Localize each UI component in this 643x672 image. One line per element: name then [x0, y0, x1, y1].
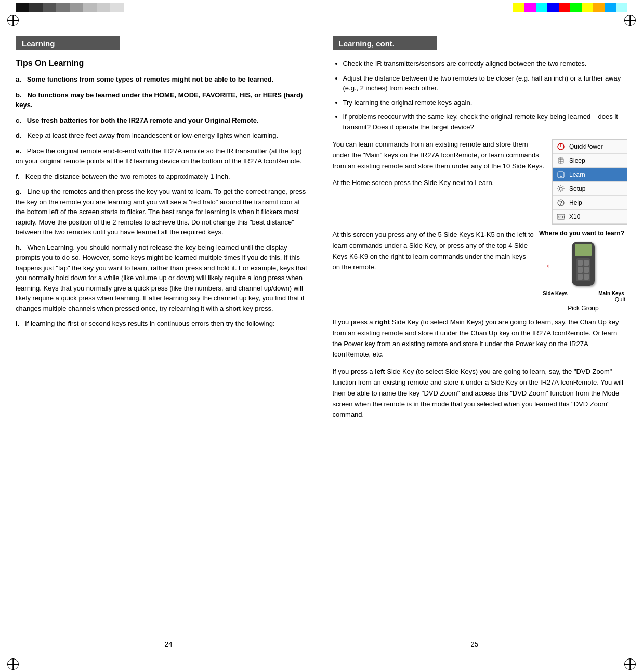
stripe-2: [29, 3, 43, 12]
stripe-5: [70, 3, 83, 12]
sleep-icon: [556, 155, 566, 166]
bullet-3: Try learning the original remote keys ag…: [343, 98, 628, 108]
para5-prefix: If you press a: [333, 367, 375, 375]
remote-screen: [575, 244, 592, 256]
btn5: [578, 274, 583, 280]
tips-list: a. Some functions from some types of rem…: [16, 74, 311, 329]
stripe-3: [43, 3, 56, 12]
crosshair-circle-tr: [624, 15, 636, 26]
tip-d-label: d.: [16, 131, 25, 139]
tip-g-label: g.: [16, 188, 25, 195]
para4-bold: right: [375, 318, 390, 326]
quickpower-icon: [556, 141, 566, 152]
remote-body: [572, 242, 595, 286]
menu-learn: L Learn: [553, 168, 627, 182]
tip-e: e. Place the original remote end-to-end …: [16, 146, 311, 166]
menu-learn-label: Learn: [569, 171, 585, 178]
stripe-r2: [524, 3, 536, 12]
tip-f-text: Keep the distance between the two remote…: [25, 173, 230, 180]
page-wrapper: Learning Tips On Learning a. Some functi…: [0, 0, 643, 672]
tip-c-label: c.: [16, 116, 25, 124]
menu-quickpower: QuickPower: [553, 140, 627, 154]
left-column: Learning Tips On Learning a. Some functi…: [16, 28, 322, 635]
crosshair-tl: [7, 15, 19, 26]
crosshair-circle-br: [624, 658, 636, 670]
main-content: Learning Tips On Learning a. Some functi…: [0, 28, 643, 635]
menu-quickpower-label: QuickPower: [569, 143, 603, 150]
tip-c-text: Use fresh batteries for both the IR27A r…: [27, 116, 259, 124]
side-keys-label: Side Keys: [542, 291, 569, 296]
menu-help: ? Help: [553, 196, 627, 210]
crosshair-circle-bl: [7, 658, 19, 670]
para4-prefix: If you press a: [333, 318, 375, 326]
tip-h-label: h.: [16, 244, 25, 252]
left-section-header: Learning: [16, 36, 120, 50]
stripe-7: [97, 3, 110, 12]
bullet-list: Check the IR transmitters/sensors are co…: [333, 59, 628, 132]
crosshair-circle-tl: [7, 15, 19, 26]
quit-label: Quit: [539, 296, 625, 302]
tip-c: c. Use fresh batteries for both the IR27…: [16, 115, 311, 126]
tip-b-label: b.: [16, 91, 25, 99]
stripe-r9: [605, 3, 616, 12]
btn6: [584, 274, 589, 280]
tip-i-text: If learning the first or second keys res…: [25, 320, 275, 327]
menu-sleep-label: Sleep: [569, 157, 585, 164]
stripe-block-right: [513, 3, 627, 12]
tip-i-label: i.: [16, 320, 23, 327]
btn2: [584, 260, 589, 266]
stripe-r5: [559, 3, 570, 12]
stripe-r8: [593, 3, 605, 12]
bullet-1: Check the IR transmitters/sensors are co…: [343, 59, 628, 69]
pick-group-caption: Pick Group: [539, 305, 627, 312]
tip-a: a. Some functions from some types of rem…: [16, 74, 311, 85]
stripe-6: [83, 3, 97, 12]
para1-block: QuickPower Sleep L Learn: [333, 139, 628, 230]
crosshair-tr: [624, 15, 636, 26]
stripe-r1: [513, 3, 524, 12]
crosshair-br: [624, 658, 636, 670]
svg-text:?: ?: [559, 200, 562, 206]
stripe-block-left: [16, 3, 124, 12]
tip-b-text: No functions may be learned under the HO…: [16, 91, 303, 109]
tip-a-text: Some functions from some types of remote…: [27, 75, 274, 83]
remote-diagram: ← Side Keys Main Keys: [542, 239, 625, 296]
tip-h-text: When Learning, you should normally not r…: [16, 244, 307, 312]
section-title: Tips On Learning: [16, 59, 311, 68]
tip-f-label: f.: [16, 173, 23, 180]
device-menu: QuickPower Sleep L Learn: [552, 139, 627, 225]
right-column: Learning, cont. Check the IR transmitter…: [322, 28, 628, 635]
stripe-r4: [547, 3, 559, 12]
left-arrow: ←: [545, 259, 556, 272]
stripe-4: [56, 3, 70, 12]
right-section-header: Learning, cont.: [333, 36, 437, 50]
tip-a-label: a.: [16, 75, 25, 83]
page-numbers: 24 25: [0, 635, 643, 656]
tip-i: i. If learning the first or second keys …: [16, 319, 311, 329]
tip-h: h. When Learning, you should normally no…: [16, 243, 311, 314]
tip-g: g. Line up the remotes and then press th…: [16, 187, 311, 238]
menu-x10-label: X10: [569, 213, 580, 220]
bullet-2: Adjust the distance between the two remo…: [343, 73, 628, 94]
tip-f: f. Keep the distance between the two rem…: [16, 172, 311, 182]
main-keys-label: Main Keys: [598, 291, 625, 296]
para3-block: Where do you want to learn?: [333, 230, 628, 317]
pick-group-title: Where do you want to learn?: [539, 230, 627, 237]
pick-group-diagram: Where do you want to learn?: [539, 230, 627, 312]
help-icon: ?: [556, 197, 566, 208]
bullet-4: If problems reoccur with the same key, c…: [343, 112, 628, 132]
menu-help-label: Help: [569, 199, 582, 206]
svg-text:X10: X10: [557, 215, 565, 219]
stripe-r7: [582, 3, 593, 12]
stripe-r6: [570, 3, 582, 12]
crosshair-bl: [7, 658, 19, 670]
btn1: [578, 260, 583, 266]
tip-d-text: Keep at least three feet away from incan…: [27, 131, 278, 139]
tip-e-text: Place the original remote end-to-end wit…: [16, 147, 302, 165]
reg-marks-row: [0, 12, 643, 28]
btn3: [578, 267, 583, 272]
svg-point-5: [559, 187, 562, 190]
btn4: [584, 267, 589, 272]
setup-icon: [556, 183, 566, 194]
stripe-r10: [616, 3, 627, 12]
